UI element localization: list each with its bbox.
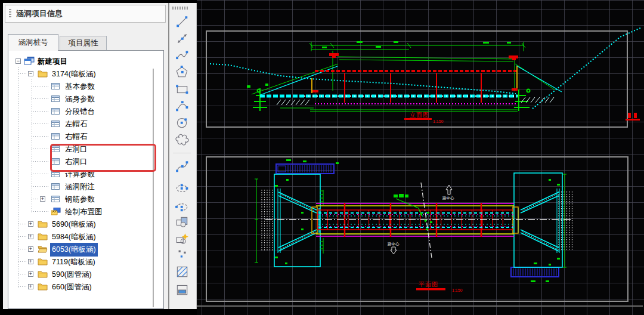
road-center-marker-top [446, 185, 452, 194]
tab-project-attributes[interactable]: 项目属性 [60, 36, 107, 51]
rectangle-icon [175, 82, 189, 96]
tree-item-label: 分段错台 [63, 105, 97, 119]
tree-item-label: 基本参数 [63, 80, 97, 94]
tool-create-block[interactable] [175, 231, 190, 247]
expander-plus-icon[interactable]: + [40, 196, 45, 202]
tool-arc[interactable] [175, 98, 190, 114]
folder-icon [38, 257, 48, 266]
tree-item-label: 新建项目 [36, 55, 69, 69]
tool-construction-line[interactable] [175, 31, 190, 47]
plan-title: 平面图 [419, 281, 438, 288]
tree-item-涵洞附注[interactable]: 涵洞附注 [8, 180, 157, 193]
expander-plus-icon[interactable]: + [28, 246, 33, 252]
plan-scale: 1:150 [452, 288, 463, 292]
expander-minus-icon[interactable]: − [28, 71, 33, 76]
tree-item-label: 涵身参数 [63, 92, 97, 106]
tree-item-label: 660(圆管涵) [50, 280, 94, 294]
cad-viewport[interactable]: 立面图 1:150 [197, 0, 644, 315]
revision-cloud-icon [175, 132, 189, 146]
table-icon [51, 119, 62, 128]
tree-item-label: 左帽石 [63, 118, 89, 131]
hatch-icon [175, 264, 189, 279]
project-icon [24, 57, 35, 66]
tool-line[interactable] [175, 14, 190, 30]
expander-plus-icon[interactable]: + [28, 221, 33, 227]
table-icon [51, 182, 62, 191]
tree-item-label: 3174(暗板涵) [50, 67, 98, 81]
expander-plus-icon[interactable]: + [28, 259, 33, 264]
tree-item-3174(暗板涵)[interactable]: −3174(暗板涵) [8, 67, 157, 80]
tool-ellipse[interactable] [175, 181, 190, 196]
tool-rectangle[interactable] [175, 82, 190, 97]
tree-item-660(圆管涵)[interactable]: +660(圆管涵) [8, 280, 157, 293]
folder-icon [38, 232, 48, 241]
tree-item-label: 590(圆管涵) [50, 268, 94, 282]
elevation-view: 立面图 1:150 [210, 27, 642, 123]
tree-item-钢筋参数[interactable]: +钢筋参数 [8, 193, 157, 205]
drawing-icon [51, 207, 62, 216]
toolbar-separator [173, 153, 191, 153]
table-icon [51, 94, 62, 103]
tool-hatch[interactable] [175, 264, 190, 280]
ellipse-icon [175, 181, 189, 195]
point-icon [175, 246, 189, 261]
tree-item-label: 绘制布置图 [63, 205, 104, 219]
road-center-marker-bottom [391, 247, 397, 254]
elevation-scale: 1:150 [433, 119, 444, 123]
expander-plus-icon[interactable]: + [28, 234, 33, 239]
tool-region[interactable] [175, 282, 190, 298]
tree-item-绘制布置图[interactable]: 绘制布置图 [8, 205, 157, 218]
folder-icon [38, 69, 48, 78]
expander-plus-icon[interactable]: + [28, 271, 33, 277]
region-icon [175, 282, 189, 297]
tool-spline[interactable] [175, 159, 190, 175]
plan-view: 路中心 路中心 平面图 1:150 [255, 159, 572, 292]
tree-item-5690(暗板涵)[interactable]: +5690(暗板涵) [8, 218, 157, 230]
tree-item-label: 5984(暗板涵) [50, 230, 98, 244]
tree-item-分段错台[interactable]: 分段错台 [8, 105, 157, 118]
folder-icon [38, 220, 48, 228]
tool-ellipse-arc[interactable] [175, 199, 190, 215]
polyline-icon [175, 48, 189, 62]
tree-item-7119(暗板涵)[interactable]: +7119(暗板涵) [8, 255, 157, 268]
project-tree[interactable]: −新建项目−3174(暗板涵)基本参数涵身参数分段错台左帽石右帽石左洞口右洞口计… [8, 50, 164, 309]
folder-icon [38, 270, 48, 279]
tree-item-基本参数[interactable]: 基本参数 [8, 80, 157, 92]
circle-icon [175, 115, 189, 129]
culvert-project-panel: 涵洞项目信息 涵洞桩号项目属性 −新建项目−3174(暗板涵)基本参数涵身参数分… [3, 3, 169, 309]
tree-item-6053(暗板涵)[interactable]: +6053(暗板涵) [8, 243, 157, 255]
expander-plus-icon[interactable]: + [28, 284, 33, 289]
tool-polygon[interactable] [175, 64, 190, 80]
panel-titlebar[interactable]: 涵洞项目信息 [5, 5, 166, 23]
tree-item-590(圆管涵)[interactable]: +590(圆管涵) [8, 268, 157, 280]
tab-label: 涵洞桩号 [18, 38, 48, 47]
ellipse-arc-icon [175, 199, 189, 214]
spline-icon [175, 159, 189, 174]
tree-item-label: 7119(暗板涵) [50, 255, 97, 269]
road-center-label-bottom: 路中心 [388, 242, 400, 246]
toolbar-grip-icon[interactable] [172, 7, 189, 10]
expander-minus-icon[interactable]: − [16, 58, 21, 64]
tree-item-5984(暗板涵)[interactable]: +5984(暗板涵) [8, 230, 157, 243]
panel-grip-icon[interactable] [9, 9, 11, 18]
arc-icon [175, 98, 189, 113]
tool-polyline[interactable] [175, 48, 190, 63]
table-icon [51, 107, 62, 116]
tree-item-右帽石[interactable]: 右帽石 [8, 130, 157, 143]
tab-stake-number[interactable]: 涵洞桩号 [8, 34, 58, 51]
road-center-label-top: 路中心 [442, 196, 454, 200]
panel-title: 涵洞项目信息 [16, 8, 63, 19]
insert-block-icon [175, 215, 189, 229]
tool-revision-cloud[interactable] [175, 132, 190, 147]
tree-item-新建项目[interactable]: −新建项目 [8, 55, 157, 67]
tab-label: 项目属性 [69, 39, 98, 47]
tree-item-label: 6053(暗板涵) [50, 243, 98, 257]
tool-insert-block[interactable] [175, 215, 190, 230]
table-icon [51, 132, 62, 141]
tool-circle[interactable] [175, 115, 190, 131]
tool-point[interactable] [175, 246, 190, 262]
tree-item-label: 5690(暗板涵) [50, 218, 98, 231]
tree-item-左帽石[interactable]: 左帽石 [8, 118, 157, 130]
tree-item-涵身参数[interactable]: 涵身参数 [8, 92, 157, 105]
tree-scrollbar[interactable] [153, 69, 154, 307]
